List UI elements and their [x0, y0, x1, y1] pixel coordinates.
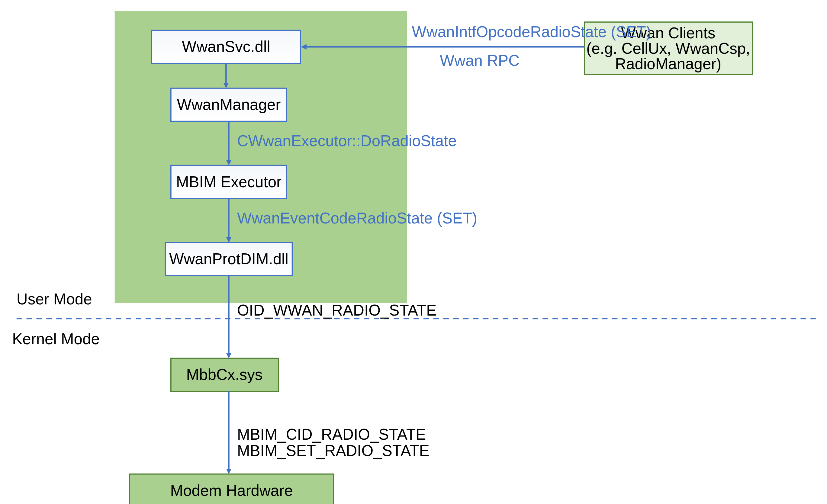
label-do-radio: CWwanExecutor::DoRadioState — [237, 132, 457, 149]
label-rpc: Wwan RPC — [440, 52, 520, 69]
label-wwanmanager: WwanManager — [177, 96, 281, 113]
diagram-svg: WwanSvc.dll WwanManager CWwanExecutor::D… — [0, 0, 827, 504]
label-mbim-l1: MBIM_CID_RADIO_STATE — [237, 426, 426, 443]
label-event-code: WwanEventCodeRadioState (SET) — [237, 210, 477, 227]
label-kernel-mode: Kernel Mode — [12, 331, 100, 348]
label-mbim-l2: MBIM_SET_RADIO_STATE — [237, 442, 430, 459]
label-wwanprotdim: WwanProtDIM.dll — [169, 250, 288, 267]
label-modem: Modem Hardware — [171, 482, 293, 499]
label-user-mode: User Mode — [16, 291, 92, 308]
label-mbbcx: MbbCx.sys — [186, 366, 263, 383]
label-wwansvc: WwanSvc.dll — [182, 38, 270, 55]
label-opcode: WwanIntfOpcodeRadioState (SET) — [412, 23, 651, 41]
label-clients-l3: RadioManager) — [615, 55, 721, 72]
label-clients-l2: (e.g. CellUx, WwanCsp, — [586, 40, 750, 57]
label-mbimexec: MBIM Executor — [176, 173, 282, 191]
label-oid: OID_WWAN_RADIO_STATE — [237, 302, 437, 319]
